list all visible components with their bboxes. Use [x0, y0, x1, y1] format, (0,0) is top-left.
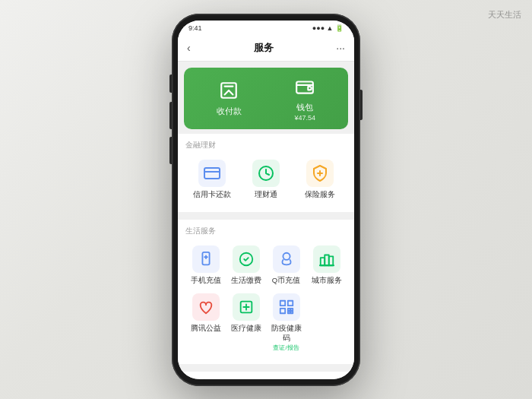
credit-card-item[interactable]: 信用卡还款: [185, 157, 239, 204]
phone-screen: 9:41 ●●● ▲ 🔋 ‹ 服务 ···: [178, 21, 354, 379]
licaitong-label: 理财通: [255, 190, 277, 200]
svg-rect-27: [290, 311, 293, 313]
wallet-label: 钱包: [296, 102, 313, 113]
svg-rect-25: [290, 308, 293, 310]
finance-grid: 信用卡还款 理财通: [185, 157, 347, 204]
credit-card-icon: [198, 160, 226, 187]
gongyi-item[interactable]: 腾讯公益: [185, 290, 226, 356]
licaitong-item[interactable]: 理财通: [239, 157, 293, 204]
svg-rect-21: [280, 300, 284, 305]
medical-item[interactable]: 医疗健康: [226, 290, 266, 356]
life-fee-item[interactable]: 生活缴费: [226, 242, 266, 290]
health-code-icon: [273, 293, 300, 321]
svg-rect-23: [280, 308, 284, 312]
life-section-title: 生活服务: [185, 226, 347, 236]
gongyi-label: 腾讯公益: [191, 324, 221, 334]
health-code-sublabel: 查证/报告: [273, 344, 299, 352]
empty-slot: [306, 290, 347, 356]
city-item[interactable]: 城市服务: [306, 242, 347, 290]
phone-charge-item[interactable]: 手机充值: [185, 242, 226, 290]
insurance-item[interactable]: 保险服务: [293, 157, 347, 204]
nav-bar: ‹ 服务 ···: [178, 36, 354, 62]
time: 9:41: [188, 24, 202, 32]
watermark: 天天生活: [488, 9, 521, 21]
signal-battery: ●●● ▲ 🔋: [312, 24, 344, 32]
city-icon: [313, 245, 340, 273]
svg-rect-16: [328, 256, 333, 265]
wallet-balance: ¥47.54: [295, 114, 316, 122]
city-label: 城市服务: [312, 276, 342, 286]
life-fee-label: 生活缴费: [231, 276, 261, 286]
receive-payment-label: 收付款: [217, 106, 242, 117]
status-bar: 9:41 ●●● ▲ 🔋: [178, 21, 354, 36]
receive-payment-icon: [219, 81, 239, 103]
phone-charge-icon: [192, 245, 220, 273]
green-banner: 收付款 钱包 ¥47.54: [184, 68, 348, 129]
finance-section-title: 金融理财: [185, 140, 347, 150]
svg-point-13: [283, 252, 290, 259]
health-code-label: 防疫健康码: [268, 324, 305, 344]
svg-rect-22: [287, 300, 292, 305]
life-grid: 手机充值 生活缴费: [185, 242, 347, 356]
health-code-item[interactable]: 防疫健康码 查证/报告: [266, 290, 306, 356]
medical-label: 医疗健康: [231, 324, 261, 334]
nav-title: 服务: [254, 41, 274, 55]
svg-rect-24: [287, 308, 290, 310]
phone-shell: 9:41 ●●● ▲ 🔋 ‹ 服务 ···: [172, 14, 360, 386]
more-button[interactable]: ···: [336, 42, 345, 54]
receive-payment-button[interactable]: 收付款: [217, 81, 242, 117]
phone-charge-label: 手机充值: [191, 276, 221, 286]
gongyi-icon: [192, 293, 220, 321]
wallet-icon: [295, 77, 315, 99]
transport-section-title: 交通出行: [185, 378, 347, 379]
life-fee-icon: [233, 245, 260, 273]
svg-rect-4: [204, 168, 220, 179]
wallet-button[interactable]: 钱包 ¥47.54: [295, 77, 316, 122]
qcoin-item[interactable]: Q币充值: [266, 242, 306, 290]
life-section: 生活服务 手机充值: [178, 220, 354, 364]
insurance-label: 保险服务: [305, 190, 335, 200]
credit-card-label: 信用卡还款: [193, 190, 231, 200]
back-button[interactable]: ‹: [187, 42, 191, 54]
medical-icon: [233, 293, 260, 321]
svg-rect-26: [287, 311, 290, 313]
qcoin-icon: [273, 245, 300, 273]
transport-section: 交通出行 出行服务: [178, 372, 354, 379]
scroll-content: 收付款 钱包 ¥47.54 金融理财: [178, 62, 354, 379]
finance-section: 金融理财 信用卡还款: [178, 134, 354, 212]
insurance-icon: [306, 160, 334, 187]
qcoin-label: Q币充值: [272, 276, 300, 286]
licaitong-icon: [252, 160, 280, 187]
